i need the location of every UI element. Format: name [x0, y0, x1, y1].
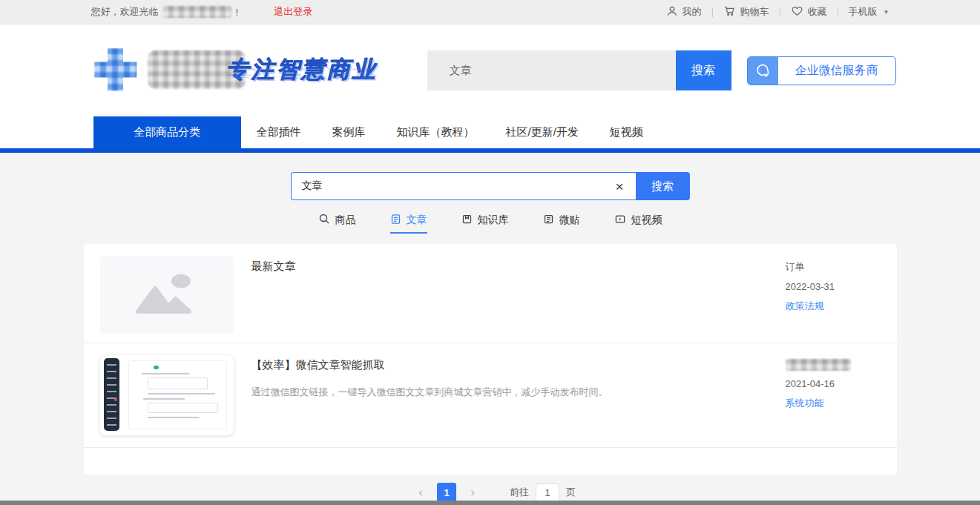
site-logo[interactable] [94, 48, 246, 91]
favorites-link[interactable]: 收藏 [791, 4, 827, 19]
greeting-prefix: 您好，欢迎光临 [91, 5, 159, 19]
search-button[interactable]: 搜索 [636, 172, 690, 200]
header-search-button[interactable]: 搜索 [676, 50, 731, 90]
result-meta: 订单 2022-03-31 政策法规 [786, 256, 881, 334]
clear-search-icon[interactable]: × [608, 179, 631, 194]
knowledge-icon [461, 214, 473, 227]
nav-item-case-library[interactable]: 案例库 [317, 116, 381, 148]
wecom-chat-icon [748, 57, 778, 85]
mobile-version-dropdown[interactable]: 手机版 ▼ [849, 5, 889, 19]
thumbnail-detail [104, 358, 119, 431]
pagination: ‹ 1 › 前往 页 [0, 483, 980, 501]
greeting-suffix: ! [236, 7, 239, 18]
tab-posts[interactable]: 微贴 [543, 213, 580, 234]
article-icon [390, 214, 401, 227]
nav-item-short-video[interactable]: 短视频 [594, 116, 659, 148]
thumbnail-detail [154, 366, 159, 369]
result-category-link[interactable]: 政策法规 [786, 300, 824, 313]
result-title[interactable]: 【效率】微信文章智能抓取 [251, 358, 771, 372]
nav-item-all-plugins[interactable]: 全部插件 [241, 116, 317, 148]
cart-link[interactable]: 购物车 [723, 4, 769, 19]
topbar-links: 我的 购物车 收藏 手机版 ▼ [666, 4, 889, 19]
result-date: 2022-03-31 [786, 281, 835, 292]
bottom-strip [0, 501, 980, 505]
header: 专注智慧商业 专注智慧商业 搜索 企业微信服务商 [0, 24, 980, 116]
logout-link[interactable]: 退出登录 [274, 5, 312, 19]
favorites-label: 收藏 [808, 5, 827, 19]
image-placeholder-icon [132, 270, 202, 320]
tab-knowledge-label: 知识库 [478, 214, 509, 227]
tab-articles-label: 文章 [407, 214, 427, 227]
divider [712, 7, 713, 17]
tab-products[interactable]: 商品 [318, 213, 356, 234]
search-input[interactable] [302, 180, 608, 192]
logo-mark-masked [94, 48, 137, 91]
my-account-link[interactable]: 我的 [666, 5, 702, 19]
goto-label: 前往 [510, 486, 529, 499]
main-content: × 搜索 商品 文章 知识库 微贴 短视频 [0, 153, 980, 501]
tab-videos[interactable]: 短视频 [614, 213, 662, 234]
greeting: 您好，欢迎光临 ! 退出登录 [91, 5, 313, 19]
thumbnail-detail [143, 398, 185, 400]
current-page-button[interactable]: 1 [437, 483, 456, 501]
meta-order-label: 订单 [786, 260, 805, 274]
result-tabs: 商品 文章 知识库 微贴 短视频 [0, 213, 980, 234]
tab-knowledge[interactable]: 知识库 [461, 213, 509, 234]
wecom-service-button[interactable]: 企业微信服务商 [747, 56, 896, 85]
divider [838, 7, 838, 17]
thumbnail-detail [128, 360, 227, 429]
next-page-button[interactable]: › [463, 483, 482, 501]
tab-posts-label: 微贴 [559, 214, 580, 227]
nav-item-community[interactable]: 社区/更新/开发 [490, 116, 594, 148]
result-row-2[interactable]: 【效率】微信文章智能抓取 通过微信图文链接，一键导入微信图文文章到商城文章营销中… [84, 343, 897, 448]
prev-page-button[interactable]: ‹ [411, 483, 430, 501]
nav-item-knowledge-base[interactable]: 知识库（教程） [381, 116, 490, 148]
heart-icon [791, 4, 803, 19]
page-unit-label: 页 [566, 486, 576, 499]
result-title[interactable]: 最新文章 [251, 260, 771, 274]
result-thumbnail-placeholder [100, 256, 234, 334]
thumbnail-detail [148, 417, 200, 418]
divider [780, 7, 780, 17]
thumbnail-detail [148, 403, 219, 413]
post-icon [543, 214, 554, 227]
search-input-wrap: × [291, 172, 636, 200]
masked-username [163, 6, 231, 18]
page-number-input[interactable] [536, 483, 559, 501]
user-icon [666, 5, 678, 19]
thumbnail-detail [148, 377, 208, 389]
chevron-down-icon: ▼ [884, 9, 889, 16]
mobile-version-label: 手机版 [849, 5, 878, 19]
video-icon [614, 214, 626, 227]
header-search-input[interactable] [427, 50, 676, 90]
my-account-label: 我的 [683, 5, 702, 19]
result-thumbnail-screenshot [100, 354, 234, 436]
tab-videos-label: 短视频 [631, 214, 662, 227]
result-category-link[interactable]: 系统功能 [786, 397, 824, 410]
search-section: × 搜索 [291, 172, 690, 200]
slogan-reflection: 专注智慧商业 [226, 65, 367, 82]
tab-products-label: 商品 [335, 214, 356, 227]
search-icon [318, 213, 330, 227]
result-description: 通过微信图文链接，一键导入微信图文文章到商城文章营销中，减少手动发布时间。 [251, 385, 771, 400]
masked-author [786, 359, 851, 371]
result-date: 2021-04-16 [786, 378, 835, 389]
result-meta: 2021-04-16 系统功能 [786, 354, 881, 436]
result-row-1[interactable]: 最新文章 订单 2022-03-31 政策法规 [84, 244, 897, 343]
nav-item-all-categories[interactable]: 全部商品分类 [93, 116, 241, 148]
cart-icon [723, 4, 736, 19]
topbar: 您好，欢迎光临 ! 退出登录 我的 购物车 收藏 手机版 ▼ [0, 0, 980, 24]
header-search: 搜索 [427, 50, 731, 90]
thumbnail-detail [148, 393, 215, 395]
slogan: 专注智慧商业 专注智慧商业 [226, 54, 367, 113]
tab-articles[interactable]: 文章 [390, 213, 427, 234]
slogan-text: 专注智慧商业 [226, 54, 367, 85]
cart-label: 购物车 [740, 5, 769, 19]
wecom-label: 企业微信服务商 [778, 57, 895, 85]
main-nav: 全部商品分类 全部插件 案例库 知识库（教程） 社区/更新/开发 短视频 [0, 116, 980, 148]
results-list: 最新文章 订单 2022-03-31 政策法规 [84, 244, 897, 475]
thumbnail-detail [142, 373, 189, 374]
logo-text-masked [148, 50, 246, 89]
